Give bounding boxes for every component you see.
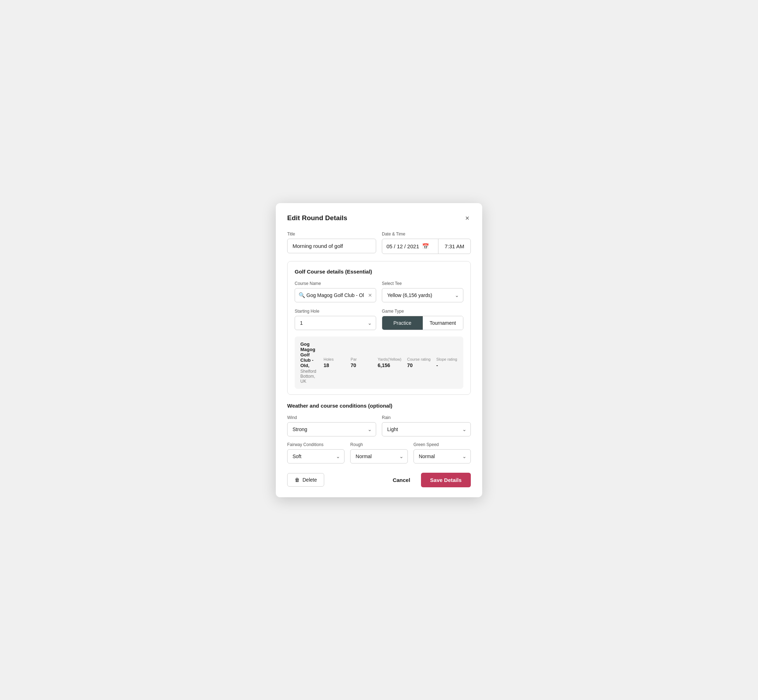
title-input[interactable] bbox=[287, 239, 376, 253]
course-name-group: Course Name 🔍 ✕ bbox=[294, 281, 376, 302]
golf-course-section: Golf Course details (Essential) Course N… bbox=[287, 261, 471, 395]
course-rating-label: Course rating bbox=[407, 357, 431, 361]
par-label: Par bbox=[351, 357, 357, 361]
wind-label: Wind bbox=[287, 415, 376, 420]
wind-group: Wind CalmLightModerate StrongVery Strong… bbox=[287, 415, 376, 436]
green-speed-group: Green Speed SlowNormal FastVery Fast ⌄ bbox=[413, 442, 471, 464]
select-tee-group: Select Tee Yellow (6,156 yards) White Re… bbox=[382, 281, 464, 302]
rough-group: Rough SoftNormalHard ⌄ bbox=[350, 442, 407, 464]
holes-value: 18 bbox=[324, 362, 329, 368]
delete-button[interactable]: 🗑 Delete bbox=[287, 473, 324, 487]
hole-gametype-row: Starting Hole 1234 5678 910 ⌄ Game Type … bbox=[294, 309, 464, 330]
rough-wrap: SoftNormalHard ⌄ bbox=[350, 449, 407, 464]
slope-rating-stat: Slope rating - bbox=[436, 357, 458, 368]
fairway-dropdown[interactable]: SoftNormalHard bbox=[287, 449, 345, 464]
weather-section: Weather and course conditions (optional)… bbox=[287, 403, 471, 464]
rain-wrap: NoneLight ModerateHeavy ⌄ bbox=[382, 422, 471, 436]
select-tee-wrap: Yellow (6,156 yards) White Red Blue ⌄ bbox=[382, 288, 464, 302]
green-speed-label: Green Speed bbox=[413, 442, 471, 447]
game-type-label: Game Type bbox=[382, 309, 464, 314]
modal-title: Edit Round Details bbox=[287, 214, 347, 222]
close-button[interactable]: × bbox=[464, 213, 471, 223]
time-part[interactable]: 7:31 AM bbox=[439, 239, 470, 254]
fairway-label: Fairway Conditions bbox=[287, 442, 345, 447]
edit-round-modal: Edit Round Details × Title Date & Time 0… bbox=[276, 203, 482, 497]
starting-hole-label: Starting Hole bbox=[294, 309, 376, 314]
calendar-icon: 📅 bbox=[422, 243, 429, 250]
course-info-location: Shelford Bottom, UK bbox=[300, 369, 318, 384]
datetime-label: Date & Time bbox=[382, 231, 471, 236]
trash-icon: 🗑 bbox=[294, 477, 300, 483]
game-type-group: Game Type Practice Tournament bbox=[382, 309, 464, 330]
datetime-group: Date & Time 05 / 12 / 2021 📅 7:31 AM bbox=[382, 231, 471, 254]
search-icon: 🔍 bbox=[299, 292, 305, 298]
holes-stat: Holes 18 bbox=[324, 357, 345, 368]
course-info-bold-name: Gog Magog Golf Club - Old, bbox=[300, 341, 318, 368]
rough-dropdown[interactable]: SoftNormalHard bbox=[350, 449, 407, 464]
yards-stat: Yards(Yellow) 6,156 bbox=[377, 357, 401, 368]
rain-label: Rain bbox=[382, 415, 471, 420]
yards-label: Yards(Yellow) bbox=[377, 357, 401, 361]
time-value: 7:31 AM bbox=[445, 243, 464, 249]
tournament-toggle-button[interactable]: Tournament bbox=[423, 316, 464, 330]
course-info-row: Gog Magog Golf Club - Old, Shelford Bott… bbox=[294, 336, 464, 389]
select-tee-dropdown[interactable]: Yellow (6,156 yards) White Red Blue bbox=[382, 288, 464, 302]
slope-rating-label: Slope rating bbox=[436, 357, 457, 361]
weather-title: Weather and course conditions (optional) bbox=[287, 403, 471, 409]
course-info-name: Gog Magog Golf Club - Old, Shelford Bott… bbox=[300, 341, 318, 384]
par-stat: Par 70 bbox=[351, 357, 372, 368]
course-name-label: Course Name bbox=[294, 281, 376, 286]
wind-rain-row: Wind CalmLightModerate StrongVery Strong… bbox=[287, 415, 471, 436]
modal-footer: 🗑 Delete Cancel Save Details bbox=[287, 469, 471, 487]
clear-icon[interactable]: ✕ bbox=[368, 292, 372, 298]
date-value: 05 / 12 / 2021 bbox=[387, 243, 419, 249]
holes-label: Holes bbox=[324, 357, 334, 361]
title-datetime-row: Title Date & Time 05 / 12 / 2021 📅 7:31 … bbox=[287, 231, 471, 254]
datetime-row: 05 / 12 / 2021 📅 7:31 AM bbox=[382, 239, 471, 254]
title-label: Title bbox=[287, 231, 376, 236]
select-tee-label: Select Tee bbox=[382, 281, 464, 286]
rain-dropdown[interactable]: NoneLight ModerateHeavy bbox=[382, 422, 471, 436]
save-button[interactable]: Save Details bbox=[421, 473, 471, 487]
golf-section-title: Golf Course details (Essential) bbox=[294, 269, 464, 275]
starting-hole-dropdown[interactable]: 1234 5678 910 bbox=[294, 316, 376, 330]
wind-wrap: CalmLightModerate StrongVery Strong ⌄ bbox=[287, 422, 376, 436]
green-speed-dropdown[interactable]: SlowNormal FastVery Fast bbox=[413, 449, 471, 464]
fairway-wrap: SoftNormalHard ⌄ bbox=[287, 449, 345, 464]
date-part[interactable]: 05 / 12 / 2021 📅 bbox=[382, 239, 439, 254]
yards-value: 6,156 bbox=[377, 362, 390, 368]
wind-dropdown[interactable]: CalmLightModerate StrongVery Strong bbox=[287, 422, 376, 436]
practice-toggle-button[interactable]: Practice bbox=[382, 316, 423, 330]
par-value: 70 bbox=[351, 362, 356, 368]
title-group: Title bbox=[287, 231, 376, 254]
rain-group: Rain NoneLight ModerateHeavy ⌄ bbox=[382, 415, 471, 436]
modal-header: Edit Round Details × bbox=[287, 213, 471, 223]
course-name-input[interactable] bbox=[294, 288, 376, 302]
course-rating-value: 70 bbox=[407, 362, 413, 368]
game-type-toggle: Practice Tournament bbox=[382, 316, 464, 330]
course-name-input-wrap: 🔍 ✕ bbox=[294, 288, 376, 302]
fairway-group: Fairway Conditions SoftNormalHard ⌄ bbox=[287, 442, 345, 464]
course-rating-stat: Course rating 70 bbox=[407, 357, 431, 368]
green-speed-wrap: SlowNormal FastVery Fast ⌄ bbox=[413, 449, 471, 464]
course-tee-row: Course Name 🔍 ✕ Select Tee Yellow (6,156… bbox=[294, 281, 464, 302]
conditions-row: Fairway Conditions SoftNormalHard ⌄ Roug… bbox=[287, 442, 471, 464]
slope-rating-value: - bbox=[436, 362, 438, 368]
starting-hole-group: Starting Hole 1234 5678 910 ⌄ bbox=[294, 309, 376, 330]
starting-hole-wrap: 1234 5678 910 ⌄ bbox=[294, 316, 376, 330]
rough-label: Rough bbox=[350, 442, 407, 447]
delete-label: Delete bbox=[302, 477, 317, 483]
footer-right: Cancel Save Details bbox=[388, 473, 471, 487]
cancel-button[interactable]: Cancel bbox=[388, 473, 415, 487]
